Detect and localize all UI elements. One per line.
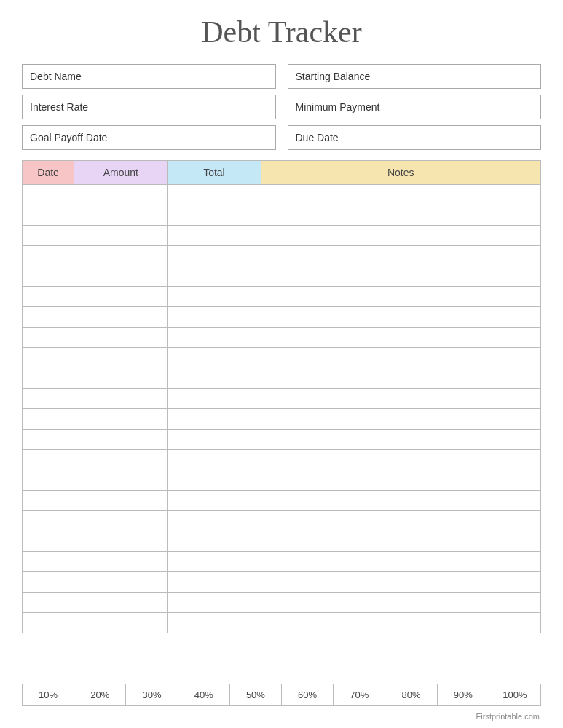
table-row[interactable] [23,205,541,226]
table-row[interactable] [23,246,541,266]
table-cell[interactable] [74,307,168,328]
table-cell[interactable] [168,593,261,613]
table-cell[interactable] [168,409,261,430]
table-row[interactable] [23,593,541,613]
table-cell[interactable] [74,205,168,226]
table-row[interactable] [23,572,541,593]
table-cell[interactable] [23,287,74,307]
table-cell[interactable] [23,593,74,613]
table-cell[interactable] [23,266,74,287]
table-cell[interactable] [23,552,74,572]
due-date-field[interactable]: Due Date [288,125,542,150]
table-cell[interactable] [261,613,541,633]
table-row[interactable] [23,430,541,450]
table-row[interactable] [23,368,541,389]
table-cell[interactable] [74,470,168,491]
table-row[interactable] [23,226,541,246]
table-cell[interactable] [23,389,74,409]
table-cell[interactable] [23,307,74,328]
table-row[interactable] [23,185,541,205]
table-row[interactable] [23,552,541,572]
table-cell[interactable] [168,470,261,491]
table-cell[interactable] [168,368,261,389]
table-row[interactable] [23,511,541,531]
table-cell[interactable] [168,226,261,246]
table-cell[interactable] [261,348,541,368]
table-cell[interactable] [74,185,168,205]
table-cell[interactable] [23,368,74,389]
goal-payoff-date-field[interactable]: Goal Payoff Date [22,125,276,150]
table-cell[interactable] [23,409,74,430]
table-row[interactable] [23,531,541,552]
table-cell[interactable] [23,470,74,491]
table-cell[interactable] [168,531,261,552]
table-cell[interactable] [168,613,261,633]
table-cell[interactable] [74,430,168,450]
table-cell[interactable] [168,511,261,531]
table-cell[interactable] [261,307,541,328]
table-row[interactable] [23,348,541,368]
table-cell[interactable] [261,409,541,430]
table-cell[interactable] [74,246,168,266]
table-row[interactable] [23,287,541,307]
table-row[interactable] [23,409,541,430]
table-cell[interactable] [261,185,541,205]
table-cell[interactable] [168,287,261,307]
table-row[interactable] [23,389,541,409]
table-cell[interactable] [23,430,74,450]
table-cell[interactable] [261,593,541,613]
table-cell[interactable] [168,491,261,511]
table-cell[interactable] [168,552,261,572]
table-cell[interactable] [23,511,74,531]
table-cell[interactable] [168,307,261,328]
starting-balance-field[interactable]: Starting Balance [288,64,542,89]
table-cell[interactable] [261,389,541,409]
table-cell[interactable] [74,328,168,348]
table-cell[interactable] [168,246,261,266]
table-cell[interactable] [74,613,168,633]
table-cell[interactable] [23,328,74,348]
table-cell[interactable] [74,266,168,287]
table-cell[interactable] [74,226,168,246]
table-cell[interactable] [23,531,74,552]
table-cell[interactable] [261,450,541,470]
table-cell[interactable] [168,205,261,226]
table-cell[interactable] [168,430,261,450]
table-row[interactable] [23,328,541,348]
table-cell[interactable] [261,552,541,572]
table-cell[interactable] [74,491,168,511]
table-row[interactable] [23,450,541,470]
debt-name-field[interactable]: Debt Name [22,64,276,89]
table-cell[interactable] [74,389,168,409]
table-cell[interactable] [74,368,168,389]
table-cell[interactable] [168,185,261,205]
table-cell[interactable] [74,348,168,368]
table-cell[interactable] [261,246,541,266]
table-cell[interactable] [261,511,541,531]
table-cell[interactable] [168,266,261,287]
table-cell[interactable] [74,511,168,531]
table-cell[interactable] [261,368,541,389]
table-cell[interactable] [23,348,74,368]
table-cell[interactable] [261,205,541,226]
interest-rate-field[interactable]: Interest Rate [22,95,276,119]
table-cell[interactable] [74,287,168,307]
table-cell[interactable] [74,593,168,613]
table-cell[interactable] [23,613,74,633]
table-row[interactable] [23,491,541,511]
table-row[interactable] [23,613,541,633]
minimum-payment-field[interactable]: Minimum Payment [288,95,542,119]
table-row[interactable] [23,307,541,328]
table-cell[interactable] [168,348,261,368]
table-cell[interactable] [168,450,261,470]
table-row[interactable] [23,266,541,287]
table-cell[interactable] [261,430,541,450]
table-row[interactable] [23,470,541,491]
table-cell[interactable] [261,328,541,348]
table-cell[interactable] [23,205,74,226]
table-cell[interactable] [74,531,168,552]
table-cell[interactable] [168,328,261,348]
table-cell[interactable] [261,531,541,552]
table-cell[interactable] [23,185,74,205]
table-cell[interactable] [168,389,261,409]
